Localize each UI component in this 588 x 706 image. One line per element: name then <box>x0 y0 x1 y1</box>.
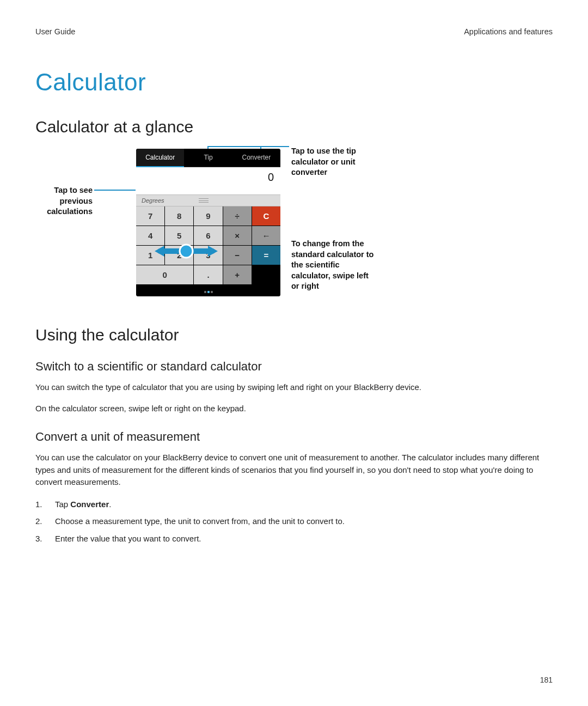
tab-tip[interactable]: Tip <box>184 149 232 167</box>
section-heading-using: Using the calculator <box>35 326 553 344</box>
calc-display: 0 <box>136 167 280 194</box>
switch-paragraph-1: You can switch the type of calculator th… <box>35 381 553 394</box>
key-6[interactable]: 6 <box>194 226 222 245</box>
page-title: Calculator <box>35 69 553 96</box>
key-1[interactable]: 1 <box>136 246 164 265</box>
subheading-switch: Switch to a scientific or standard calcu… <box>35 360 553 374</box>
key-2[interactable]: 2 <box>165 246 193 265</box>
page-header: User Guide Applications and features <box>35 27 553 36</box>
key-plus[interactable]: + <box>223 265 252 284</box>
step-1-bold: Converter <box>70 500 109 509</box>
callout-tip-converter: Tap to use the tip calculator or unit co… <box>291 146 384 178</box>
convert-steps: Tap Converter. Choose a measurement type… <box>35 497 553 546</box>
key-divide[interactable]: ÷ <box>223 206 252 226</box>
calc-degrees-bar[interactable]: Degrees <box>136 194 280 206</box>
step-1-pre: Tap <box>55 500 70 509</box>
step-1-post: . <box>109 500 111 509</box>
calculator-screenshot: Calculator Tip Converter 0 Degrees 7 8 9… <box>136 149 280 296</box>
degrees-label: Degrees <box>142 197 164 204</box>
step-3: Enter the value that you want to convert… <box>35 532 553 546</box>
key-9[interactable]: 9 <box>194 206 222 226</box>
subheading-convert: Convert a unit of measurement <box>35 430 553 444</box>
key-5[interactable]: 5 <box>165 226 193 245</box>
header-right: Applications and features <box>464 27 553 36</box>
step-1: Tap Converter. <box>35 497 553 512</box>
key-3[interactable]: 3 <box>194 246 222 265</box>
key-0[interactable]: 0 <box>136 265 193 284</box>
key-minus[interactable]: − <box>223 246 252 265</box>
convert-paragraph: You can use the calculator on your Black… <box>35 452 553 489</box>
key-equals[interactable]: = <box>252 246 280 265</box>
section-heading-glance: Calculator at a glance <box>35 118 553 136</box>
calculator-figure: Tap to see previous calculations Tap to … <box>35 146 553 315</box>
callout-swipe: To change from the standard calculator t… <box>291 239 378 292</box>
calc-tabs: Calculator Tip Converter <box>136 149 280 167</box>
key-7[interactable]: 7 <box>136 206 164 226</box>
step-2: Choose a measurement type, the unit to c… <box>35 514 553 528</box>
calc-keypad: 7 8 9 ÷ C 4 5 6 × ← 1 2 3 − = 0 . + <box>136 206 280 284</box>
page-indicator <box>136 284 280 296</box>
tab-calculator[interactable]: Calculator <box>136 149 184 167</box>
callout-previous-calcs: Tap to see previous calculations <box>35 185 93 217</box>
tab-converter[interactable]: Converter <box>232 149 280 167</box>
key-multiply[interactable]: × <box>223 226 252 245</box>
key-clear[interactable]: C <box>252 206 280 226</box>
page-number: 181 <box>540 675 553 684</box>
key-backspace[interactable]: ← <box>252 226 280 245</box>
switch-paragraph-2: On the calculator screen, swipe left or … <box>35 403 553 415</box>
key-8[interactable]: 8 <box>165 206 193 226</box>
header-left: User Guide <box>35 27 75 36</box>
key-dot[interactable]: . <box>194 265 222 284</box>
drag-handle-icon <box>199 198 209 203</box>
key-4[interactable]: 4 <box>136 226 164 245</box>
